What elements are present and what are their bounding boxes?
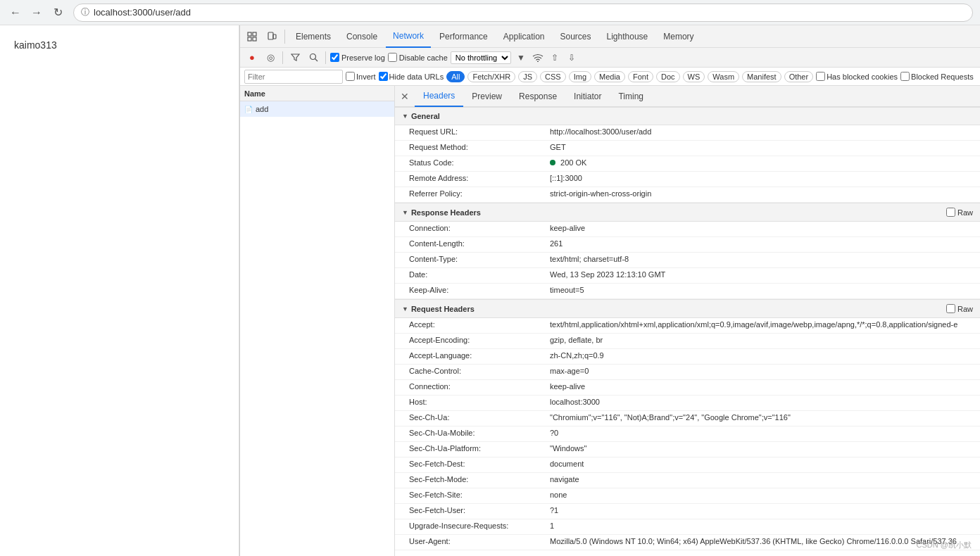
kv-val: "Windows" [550,444,973,453]
tab-lighthouse[interactable]: Lighthouse [600,25,655,48]
kv-row-keep-alive: Keep-Alive: timeout=5 [395,284,980,299]
svg-rect-3 [253,37,256,41]
detail-tab-initiator[interactable]: Initiator [565,86,610,107]
filter-icon-button[interactable] [287,50,303,65]
kv-key: Upgrade-Insecure-Requests: [409,522,550,530]
response-raw-checkbox[interactable]: Raw [946,208,973,217]
kv-row-remote-address: Remote Address: [::1]:3000 [395,172,980,187]
forward-button[interactable]: → [28,4,45,21]
request-raw-checkbox[interactable]: Raw [946,304,973,313]
tab-performance[interactable]: Performance [432,25,495,48]
kv-key: Sec-Fetch-Dest: [409,460,550,468]
blocked-requests-checkbox[interactable]: Blocked Requests [900,72,974,81]
wifi-icon-button[interactable] [531,51,545,65]
has-blocked-cookies-checkbox[interactable]: Has blocked cookies [816,72,898,81]
filter-img-button[interactable]: Img [569,71,591,82]
throttle-dropdown-button[interactable]: ▼ [514,51,528,65]
back-button[interactable]: ← [7,4,24,21]
kv-key: Sec-Fetch-User: [409,506,550,514]
kv-row-upgrade-insecure: Upgrade-Insecure-Requests: 1 [395,519,980,535]
search-button[interactable] [306,50,321,65]
nt-separator-1 [282,51,283,64]
filter-ws-button[interactable]: WS [683,71,705,82]
kv-val: Wed, 13 Sep 2023 12:13:10 GMT [550,270,973,279]
filter-wasm-button[interactable]: Wasm [708,71,739,82]
filter-media-button[interactable]: Media [594,71,625,82]
kv-key: Status Code: [409,158,550,167]
filter-other-button[interactable]: Other [784,71,814,82]
svg-point-6 [310,54,315,60]
tab-console[interactable]: Console [339,25,384,48]
detail-content: ▼ General Request URL: http://localhost:… [395,107,980,556]
filter-js-button[interactable]: JS [518,71,537,82]
kv-row-referrer-policy: Referrer Policy: strict-origin-when-cros… [395,187,980,203]
kv-val: ?0 [550,429,973,437]
kv-row-request-url: Request URL: http://localhost:3000/user/… [395,125,980,141]
detail-tab-timing[interactable]: Timing [610,86,652,107]
inspect-element-button[interactable] [243,27,261,46]
kv-val: 1 [550,522,973,530]
svg-rect-2 [248,37,251,41]
disable-cache-checkbox[interactable]: Disable cache [388,53,448,62]
invert-checkbox[interactable]: Invert [346,72,376,81]
kv-key: Sec-Ch-Ua: [409,413,550,422]
reload-button[interactable]: ↻ [49,4,66,21]
kv-key: User-Agent: [409,537,550,545]
detail-close-button[interactable]: ✕ [398,89,412,103]
response-headers-arrow-icon: ▼ [402,209,408,216]
kv-val: max-age=0 [550,367,973,375]
kv-val: timeout=5 [550,286,973,294]
url-text: localhost:3000/user/add [94,7,191,18]
kv-val: zh-CN,zh;q=0.9 [550,351,973,360]
kv-key: Connection: [409,382,550,391]
request-headers-section-header[interactable]: ▼ Request Headers Raw [395,299,980,318]
tab-sources[interactable]: Sources [553,25,598,48]
kv-val: 261 [550,239,973,248]
svg-line-7 [315,59,318,62]
filter-css-button[interactable]: CSS [540,71,566,82]
tab-application[interactable]: Application [496,25,552,48]
record-button[interactable]: ● [244,50,260,65]
address-bar[interactable]: ⓘ localhost:3000/user/add [73,4,973,22]
general-section-header[interactable]: ▼ General [395,107,980,125]
kv-row-accept-encoding: Accept-Encoding: gzip, deflate, br [395,334,980,349]
req-item-add[interactable]: 📄 add [240,101,394,117]
kv-val: Mozilla/5.0 (Windows NT 10.0; Win64; x64… [550,537,973,545]
kv-row-user-agent: User-Agent: Mozilla/5.0 (Windows NT 10.0… [395,535,980,550]
download-icon-button[interactable]: ⇩ [565,51,579,65]
preserve-log-checkbox[interactable]: Preserve log [330,53,385,62]
network-main: Name 📄 add ✕ Headers Preview Response [240,86,980,556]
tab-memory[interactable]: Memory [656,25,701,48]
detail-tab-response[interactable]: Response [510,86,565,107]
filter-fetch-xhr-button[interactable]: Fetch/XHR [467,71,515,82]
response-headers-section-header[interactable]: ▼ Response Headers Raw [395,203,980,222]
kv-val: [::1]:3000 [550,174,973,182]
clear-button[interactable]: ◎ [263,50,278,65]
filter-manifest-button[interactable]: Manifest [742,71,781,82]
request-headers-fields: Accept: text/html,application/xhtml+xml,… [395,318,980,550]
throttle-select[interactable]: No throttling [451,51,511,64]
filter-font-button[interactable]: Font [628,71,653,82]
device-toolbar-button[interactable] [263,27,281,46]
devtools-toolbar: Elements Console Network Performance App… [240,25,980,48]
general-arrow-icon: ▼ [402,113,408,120]
detail-tab-preview[interactable]: Preview [463,86,510,107]
kv-val: "Chromium";v="116", "Not)A;Brand";v="24"… [550,413,973,422]
tab-network[interactable]: Network [386,25,431,48]
detail-panel: ✕ Headers Preview Response Initiator Tim… [395,86,980,556]
filter-input[interactable] [244,70,343,84]
request-headers-section-label: Request Headers [411,305,475,313]
hide-data-urls-checkbox[interactable]: Hide data URLs [379,72,444,81]
detail-tab-headers[interactable]: Headers [415,86,463,107]
nav-buttons: ← → ↻ [7,4,66,21]
kv-row-sec-fetch-user: Sec-Fetch-User: ?1 [395,504,980,519]
kv-key: Keep-Alive: [409,286,550,294]
watermark: CSDN @凯小默 [917,540,972,550]
tab-elements[interactable]: Elements [289,25,338,48]
kv-val: keep-alive [550,382,973,391]
kv-row-sec-fetch-site: Sec-Fetch-Site: none [395,488,980,504]
kv-val: 200 OK [550,158,973,167]
filter-all-button[interactable]: All [446,71,465,82]
filter-doc-button[interactable]: Doc [656,71,680,82]
upload-icon-button[interactable]: ⇧ [548,51,562,65]
